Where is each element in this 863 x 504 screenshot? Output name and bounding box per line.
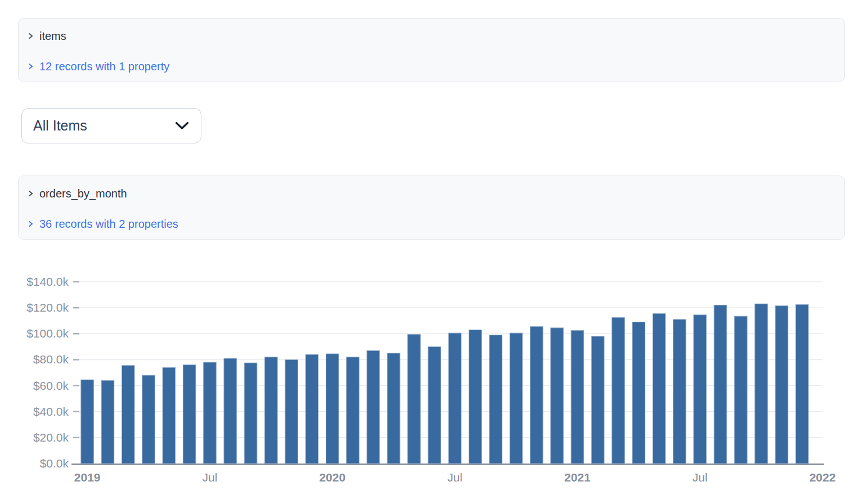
y-axis-label: $60.0k <box>33 379 69 392</box>
y-axis-label: $80.0k <box>33 353 69 366</box>
y-axis-label: $100.0k <box>26 327 69 340</box>
records-summary-link: 12 records with 1 property <box>39 60 169 73</box>
table-name: items <box>39 29 66 43</box>
orders-bar-chart: $0.0k$20.0k$40.0k$60.0k$80.0k$100.0k$120… <box>0 264 863 504</box>
bar-dec-2019[interactable] <box>305 354 318 464</box>
x-axis-label: Jul <box>203 471 218 484</box>
bar-jun-2020[interactable] <box>428 346 441 464</box>
chevron-right-icon <box>28 190 34 197</box>
items-table-panel: items 12 records with 1 property <box>18 18 845 82</box>
bar-aug-2020[interactable] <box>469 330 482 464</box>
bar-apr-2020[interactable] <box>387 353 400 464</box>
bar-feb-2021[interactable] <box>591 336 604 464</box>
bar-mar-2021[interactable] <box>612 317 625 464</box>
bar-dec-2021[interactable] <box>795 304 808 464</box>
y-axis-label: $40.0k <box>33 405 69 418</box>
bar-may-2021[interactable] <box>653 314 666 464</box>
bar-mar-2020[interactable] <box>367 350 380 464</box>
bar-oct-2021[interactable] <box>755 304 768 464</box>
orders-records-link[interactable]: 36 records with 2 properties <box>28 217 178 231</box>
bar-nov-2020[interactable] <box>531 327 543 464</box>
x-axis-label: Jul <box>447 471 462 484</box>
bar-sep-2019[interactable] <box>244 363 257 464</box>
chevron-down-icon <box>175 122 189 130</box>
y-axis-label: $0.0k <box>40 457 69 470</box>
chevron-right-icon <box>28 63 34 70</box>
bar-jul-2020[interactable] <box>448 333 461 464</box>
chevron-right-icon <box>28 220 34 227</box>
x-axis-label: 2019 <box>74 471 101 484</box>
x-axis-label: 2021 <box>564 471 591 484</box>
bar-apr-2021[interactable] <box>632 322 645 464</box>
x-axis-label: Jul <box>693 471 708 484</box>
table-name: orders_by_month <box>39 187 127 200</box>
bar-jul-2019[interactable] <box>204 362 217 464</box>
selected-option-label: All Items <box>33 118 87 134</box>
bar-sep-2020[interactable] <box>489 335 502 464</box>
bar-sep-2021[interactable] <box>735 316 748 464</box>
bar-jun-2021[interactable] <box>673 320 686 464</box>
items-records-link[interactable]: 12 records with 1 property <box>28 60 169 73</box>
bar-feb-2019[interactable] <box>101 380 114 464</box>
x-axis-label: 2020 <box>319 471 345 484</box>
item-filter-select[interactable]: All Items <box>21 108 201 143</box>
bar-may-2019[interactable] <box>163 367 176 464</box>
bar-mar-2019[interactable] <box>122 366 135 464</box>
bar-feb-2020[interactable] <box>347 357 359 464</box>
records-summary-link: 36 records with 2 properties <box>39 217 178 231</box>
y-axis-label: $140.0k <box>26 275 69 288</box>
bar-oct-2019[interactable] <box>265 357 278 464</box>
bar-jan-2021[interactable] <box>571 331 584 464</box>
bar-jul-2021[interactable] <box>694 315 707 464</box>
orders-table-panel: orders_by_month 36 records with 2 proper… <box>18 176 845 240</box>
bar-jun-2019[interactable] <box>183 365 196 464</box>
bar-apr-2019[interactable] <box>142 375 155 464</box>
bar-aug-2019[interactable] <box>224 358 237 464</box>
y-axis-label: $120.0k <box>26 301 69 314</box>
bar-nov-2021[interactable] <box>775 306 788 464</box>
chevron-right-icon <box>28 33 34 39</box>
bar-nov-2019[interactable] <box>285 359 298 464</box>
bar-jan-2019[interactable] <box>81 380 94 464</box>
x-axis-label: 2022 <box>810 471 836 484</box>
items-table-toggle[interactable]: items <box>28 29 66 43</box>
orders-table-toggle[interactable]: orders_by_month <box>28 187 127 200</box>
bar-oct-2020[interactable] <box>510 333 523 464</box>
bar-may-2020[interactable] <box>408 334 421 464</box>
bar-jan-2020[interactable] <box>326 354 339 464</box>
bar-aug-2021[interactable] <box>714 305 727 464</box>
y-axis-label: $20.0k <box>33 431 69 444</box>
bar-dec-2020[interactable] <box>551 328 564 464</box>
